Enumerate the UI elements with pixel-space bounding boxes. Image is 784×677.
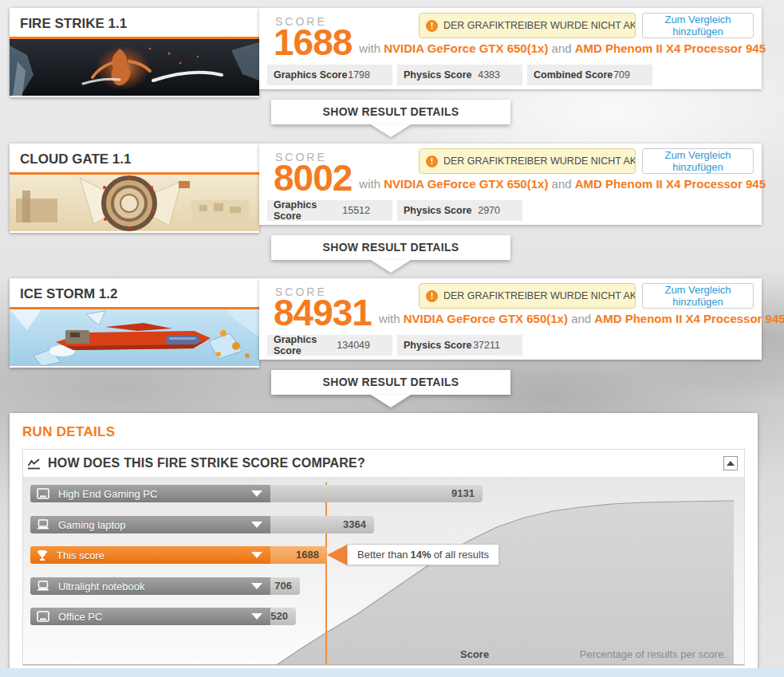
score-value: 1688 [274,26,352,59]
benchmark-banner: CLOUD GATE 1.1 [10,144,259,233]
run-details-title: RUN DETAILS [22,424,115,440]
add-to-comparison-button[interactable]: Zum Vergleich hinzufügen [642,13,754,38]
score-value: 8002 [274,161,352,195]
run-details-panel: RUN DETAILS HOW DOES THIS FIRE STRIKE SC… [10,413,758,677]
hardware-summary: with NVIDIA GeForce GTX 650(1x) and AMD … [359,41,766,59]
driver-warning-button[interactable]: ! DER GRAFIKTREIBER WURDE NICHT AKZEP... [419,148,636,174]
warning-icon: ! [426,20,438,32]
dropdown-arrow-icon [251,522,262,528]
compare-bar: 3364 [270,516,374,533]
subscore-cell: Physics Score2970 [397,200,522,221]
laptop-icon [37,519,49,530]
show-result-details-button[interactable]: SHOW RESULT DETAILS [271,370,510,395]
driver-warning-button[interactable]: ! DER GRAFIKTREIBER WURDE NICHT AKZEP... [419,283,636,309]
result-card-cloud-gate: CLOUD GATE 1.1 [0,144,784,281]
trophy-icon [37,549,48,561]
subscore-row: Graphics Score1798 Physics Score4383 Com… [267,65,652,85]
subscore-row: Graphics Score15512 Physics Score2970 [267,200,522,221]
score-panel: SCORE 1688 with NVIDIA GeForce GTX 650(1… [259,8,762,89]
dropdown-arrow-icon [251,583,262,589]
show-result-details-button[interactable]: SHOW RESULT DETAILS [271,100,510,124]
compare-row-select[interactable]: High End Gaming PC [30,485,270,502]
cpu-name: AMD Phenom II X4 Processor 945 [594,312,784,325]
compare-bar: 1688 [270,546,327,564]
subscore-cell: Physics Score4383 [397,65,522,85]
cloud-gate-thumbnail [10,175,259,231]
compare-widget: HOW DOES THIS FIRE STRIKE SCORE COMPARE? [22,449,745,666]
desktop-icon [37,488,49,500]
warning-text: DER GRAFIKTREIBER WURDE NICHT AKZEP... [443,290,636,301]
warning-icon: ! [426,155,438,167]
better-than-callout: Better than14%of all results [327,544,499,565]
hardware-summary: with NVIDIA GeForce GTX 650(1x) and AMD … [359,177,766,195]
show-result-details-button[interactable]: SHOW RESULT DETAILS [271,235,510,260]
dropdown-arrow-icon [251,613,262,620]
x-axis-label: Score [460,648,489,660]
score-panel: SCORE 8002 with NVIDIA GeForce GTX 650(1… [259,144,762,225]
score-panel: SCORE 84931 with NVIDIA GeForce GTX 650(… [259,278,762,360]
compare-row-select[interactable]: This score [30,546,270,564]
benchmark-title: ICE STORM 1.2 [10,278,259,307]
benchmark-title: FIRE STRIKE 1.1 [10,8,259,37]
subscore-cell: Graphics Score15512 [267,200,392,221]
ice-storm-thumbnail [10,309,259,366]
add-to-comparison-button[interactable]: Zum Vergleich hinzufügen [642,283,754,309]
chevron-down-icon [371,395,411,407]
dropdown-arrow-icon [251,490,262,497]
footer-strip [0,668,784,677]
chevron-down-icon [371,124,411,137]
gpu-name: NVIDIA GeForce GTX 650(1x) [384,177,548,191]
cpu-name: AMD Phenom II X4 Processor 945 [575,177,766,191]
score-value: 84931 [274,296,372,329]
gpu-name: NVIDIA GeForce GTX 650(1x) [404,312,568,325]
compare-header: HOW DOES THIS FIRE STRIKE SCORE COMPARE? [48,456,365,470]
line-chart-icon [27,458,41,470]
benchmark-banner: FIRE STRIKE 1.1 [10,8,259,97]
add-to-comparison-button[interactable]: Zum Vergleich hinzufügen [642,148,754,174]
subscore-cell: Combined Score709 [527,65,652,85]
laptop-icon [37,581,49,592]
fire-strike-thumbnail [10,39,259,96]
hardware-summary: with NVIDIA GeForce GTX 650(1x) and AMD … [379,312,784,329]
compare-bar: 520 [270,608,296,625]
warning-text: DER GRAFIKTREIBER WURDE NICHT AKZEP... [443,155,636,167]
subscore-cell: Graphics Score1798 [267,65,392,85]
warning-text: DER GRAFIKTREIBER WURDE NICHT AKZEP... [443,20,636,31]
desktop-icon [37,611,49,623]
compare-chart: High End Gaming PC 9131 Gaming laptop 33… [23,477,744,665]
cpu-name: AMD Phenom II X4 Processor 945 [575,41,766,55]
compare-bar: 706 [270,577,300,595]
benchmark-title: CLOUD GATE 1.1 [10,144,259,172]
compare-bar: 9131 [270,485,483,502]
compare-row-select[interactable]: Ultralight notebook [30,577,270,595]
axis-note: Percentage of results per score. [580,648,727,660]
score-marker-line [325,482,327,665]
compare-row-select[interactable]: Gaming laptop [30,516,270,533]
subscore-cell: Physics Score37211 [397,335,522,356]
result-card-fire-strike: FIRE STRIKE 1.1 [0,8,784,145]
warning-icon: ! [426,290,438,302]
collapse-button[interactable] [723,456,738,470]
gpu-name: NVIDIA GeForce GTX 650(1x) [384,41,548,55]
collapse-arrow-icon [727,461,735,466]
callout-arrow-icon [327,545,347,565]
compare-row-select[interactable]: Office PC [30,608,270,625]
dropdown-arrow-icon [251,552,262,558]
subscore-cell: Graphics Score134049 [267,335,392,356]
chevron-down-icon [371,260,411,273]
result-card-ice-storm: ICE STORM 1.2 [0,278,784,415]
distribution-curve [270,478,735,665]
subscore-row: Graphics Score134049 Physics Score37211 [267,335,522,356]
driver-warning-button[interactable]: ! DER GRAFIKTREIBER WURDE NICHT AKZEP... [419,13,636,38]
benchmark-banner: ICE STORM 1.2 [10,278,259,368]
